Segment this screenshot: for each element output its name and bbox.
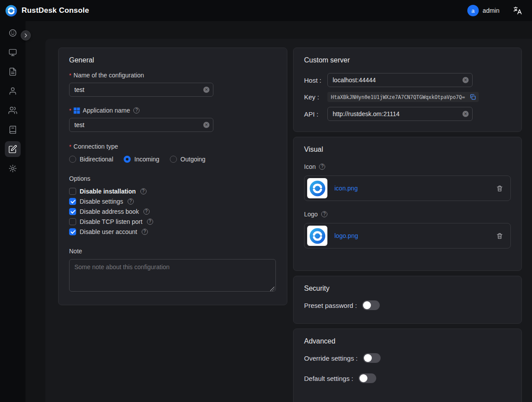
name-label-text: Name of the configuration — [73, 72, 144, 79]
note-textarea[interactable] — [69, 259, 276, 292]
help-icon[interactable]: ? — [319, 164, 325, 170]
default-settings-label: Default settings : — [304, 375, 353, 382]
radio-indicator[interactable] — [69, 156, 76, 163]
checkbox-disable-settings[interactable]: Disable settings ? — [69, 198, 276, 205]
trash-icon[interactable] — [496, 185, 503, 192]
checkbox-disable-user-account[interactable]: Disable user account ? — [69, 228, 276, 235]
chevron-right-icon — [23, 33, 29, 38]
smile-icon — [8, 29, 17, 37]
security-card: Security Preset password : — [293, 276, 522, 324]
checkbox-disable-tcp-listen-port[interactable]: Disable TCP listen port ? — [69, 218, 276, 225]
radio-indicator[interactable] — [124, 156, 131, 163]
preset-password-row: Preset password : — [304, 300, 511, 310]
sidebar-item-custom-clients[interactable] — [5, 141, 21, 157]
logo-file-row: logo.png — [304, 223, 511, 249]
radio-outgoing[interactable]: Outgoing — [170, 156, 205, 163]
file-text-icon — [8, 67, 17, 76]
right-column: Custom server Host : ✕ Key : HtaXBkJNHyn… — [293, 48, 522, 402]
rustdesk-logo-icon — [309, 228, 326, 244]
note-textarea-wrap — [69, 259, 276, 293]
help-icon[interactable]: ? — [143, 208, 150, 215]
users-icon — [8, 106, 17, 115]
host-input-wrap: ✕ — [327, 73, 473, 87]
checkbox-label: Disable user account — [80, 228, 137, 235]
name-input[interactable] — [69, 83, 213, 97]
clear-icon[interactable]: ✕ — [203, 122, 209, 128]
language-translate-icon[interactable] — [513, 6, 522, 15]
radio-bidirectional[interactable]: Bidirectional — [69, 156, 113, 163]
icon-filename-link[interactable]: icon.png — [334, 185, 496, 192]
trash-icon[interactable] — [496, 232, 503, 240]
help-icon[interactable]: ? — [133, 107, 139, 113]
api-input[interactable] — [327, 107, 473, 121]
sidebar-item-groups[interactable] — [5, 102, 21, 118]
sidebar-item-devices[interactable] — [5, 44, 21, 60]
checkbox-indicator[interactable] — [69, 218, 76, 225]
sidebar-item-dashboard[interactable] — [5, 25, 21, 41]
clear-icon[interactable]: ✕ — [462, 77, 469, 83]
checkbox-indicator[interactable] — [69, 188, 76, 195]
checkbox-label: Disable TCP listen port — [80, 218, 143, 225]
app-name-input[interactable] — [69, 118, 213, 132]
help-icon[interactable]: ? — [128, 198, 134, 205]
app-title: RustDesk Console — [22, 6, 89, 15]
sidebar-item-settings[interactable] — [5, 161, 21, 176]
top-bar: RustDesk Console a admin — [0, 0, 532, 21]
required-asterisk: * — [69, 143, 71, 150]
key-value: HtaXBkJNHyn0e1U1jWXze7A7CN7QTGWqxkOtpaVp… — [331, 94, 467, 100]
key-value-box: HtaXBkJNHyn0e1U1jWXze7A7CN7QTGWqxkOtpaVp… — [327, 92, 479, 102]
checkbox-indicator[interactable] — [69, 208, 76, 215]
checkbox-label: Disable settings — [80, 198, 123, 205]
sidebar-expand-button[interactable] — [21, 30, 31, 40]
clear-icon[interactable]: ✕ — [462, 111, 469, 117]
override-settings-toggle[interactable] — [363, 353, 381, 363]
username[interactable]: admin — [483, 7, 499, 14]
help-icon[interactable]: ? — [142, 229, 148, 235]
sidebar-item-address-book[interactable] — [5, 122, 21, 138]
checkbox-disable-address-book[interactable]: Disable address book ? — [69, 208, 276, 215]
preset-password-toggle[interactable] — [362, 300, 380, 310]
sidebar — [0, 21, 26, 402]
sidebar-item-documents[interactable] — [5, 64, 21, 80]
left-column: General * Name of the configuration ✕ * — [58, 48, 287, 305]
general-card: General * Name of the configuration ✕ * — [58, 48, 287, 305]
options-label: Options — [69, 175, 276, 182]
checkbox-indicator[interactable] — [69, 228, 76, 235]
radio-indicator[interactable] — [170, 156, 177, 163]
app-name-input-wrap: ✕ — [69, 118, 213, 132]
copy-icon[interactable] — [469, 93, 477, 101]
note-label: Note — [69, 248, 276, 255]
clear-icon[interactable]: ✕ — [203, 87, 209, 93]
api-label: API : — [304, 110, 327, 118]
api-input-wrap: ✕ — [327, 107, 473, 121]
help-icon[interactable]: ? — [321, 211, 327, 217]
logo-label-text: Logo — [304, 211, 318, 218]
name-field-label: * Name of the configuration — [69, 72, 276, 79]
key-label: Key : — [304, 93, 327, 101]
monitor-icon — [8, 48, 17, 57]
radio-incoming[interactable]: Incoming — [124, 156, 159, 163]
logo-filename-link[interactable]: logo.png — [334, 232, 496, 239]
help-icon[interactable]: ? — [140, 188, 147, 194]
custom-server-card: Custom server Host : ✕ Key : HtaXBkJNHyn… — [293, 48, 522, 132]
checkbox-indicator[interactable] — [69, 198, 76, 205]
security-title: Security — [304, 285, 511, 292]
visual-card: Visual Icon ? icon.png — [293, 137, 522, 271]
options-checkbox-group: Disable installation ? Disable settings … — [69, 188, 276, 235]
checkbox-label: Disable address book — [80, 208, 139, 215]
default-settings-toggle[interactable] — [359, 373, 376, 383]
sidebar-item-users[interactable] — [5, 83, 21, 99]
connection-type-label: * Connection type — [69, 143, 276, 150]
connection-type-label-text: Connection type — [73, 143, 118, 150]
icon-label-text: Icon — [304, 163, 316, 170]
avatar[interactable]: a — [467, 5, 479, 16]
checkbox-disable-installation[interactable]: Disable installation ? — [69, 188, 276, 195]
host-input[interactable] — [327, 73, 473, 87]
icon-file-row: icon.png — [304, 175, 511, 201]
api-row: API : ✕ — [304, 107, 511, 121]
radio-label: Outgoing — [180, 156, 205, 163]
rustdesk-logo-icon — [309, 180, 326, 197]
help-icon[interactable]: ? — [147, 219, 153, 225]
default-settings-row: Default settings : — [304, 373, 511, 383]
connection-type-radio-group: Bidirectional Incoming Outgoing — [69, 156, 276, 163]
